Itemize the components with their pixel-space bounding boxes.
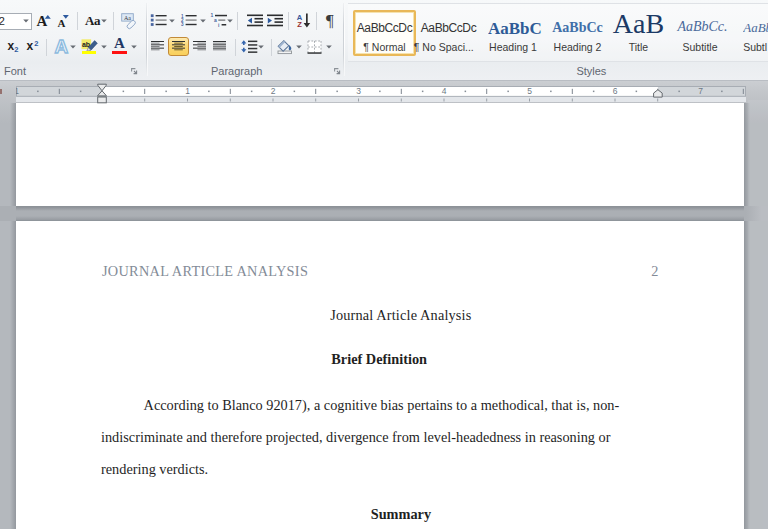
svg-text:3: 3 — [181, 22, 184, 27]
svg-text:Aa: Aa — [124, 15, 131, 21]
svg-text:5: 5 — [527, 86, 532, 96]
svg-text:2: 2 — [270, 86, 275, 96]
svg-text:1: 1 — [185, 86, 190, 96]
svg-text:7: 7 — [698, 86, 703, 96]
svg-text:3: 3 — [356, 86, 361, 96]
svg-text:i: i — [218, 22, 220, 28]
svg-text:1: 1 — [16, 86, 19, 96]
svg-text:Z: Z — [297, 20, 302, 29]
svg-text:a: a — [214, 17, 217, 23]
svg-text:4: 4 — [441, 86, 446, 96]
svg-text:6: 6 — [612, 86, 617, 96]
